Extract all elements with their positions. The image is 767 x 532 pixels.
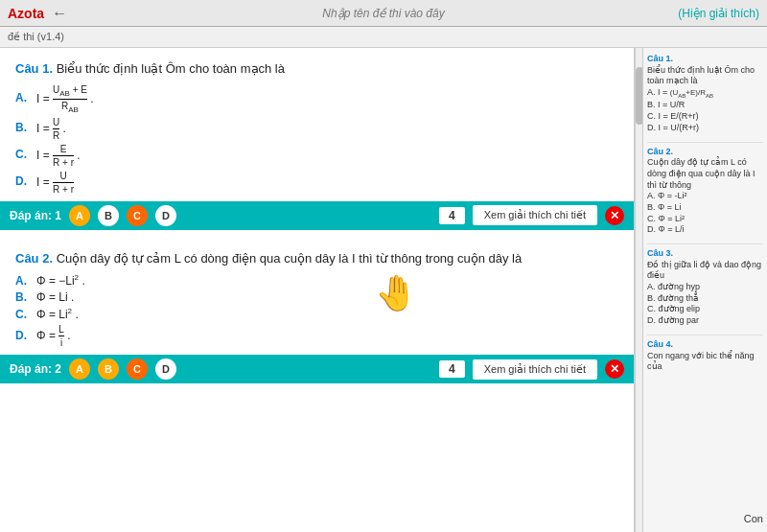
q1-close-button[interactable]: ✕: [605, 206, 624, 225]
q2-answer-d[interactable]: D. Φ = Li .: [15, 324, 618, 348]
q2-circle-d[interactable]: D: [155, 359, 176, 380]
mini-q3-d: D. đường par: [647, 315, 763, 327]
mini-q1: Câu 1. Biểu thức định luật Ôm cho toàn m…: [647, 54, 763, 134]
q1-label-c: C.: [15, 148, 33, 161]
mini-q1-d: D. I = U/(R+r): [647, 123, 763, 134]
q2-formula-b: Φ = Li .: [36, 290, 74, 304]
left-panel: Câu 1. Biểu thức định luật Ôm cho toàn m…: [0, 48, 635, 532]
back-button[interactable]: ←: [52, 5, 67, 22]
question-2-title: Câu 2.: [15, 251, 53, 266]
mini-q3-b: B. đường thẳ: [647, 293, 763, 305]
mini-q2-a: A. Φ = -Li²: [647, 191, 763, 202]
mini-q2-c: C. Φ = Li²: [647, 214, 763, 225]
title-center-text: Nhập tên đề thi vào đây: [322, 7, 444, 20]
answer-bar-q1-label: Đáp án: 1: [10, 209, 61, 222]
right-panel: Câu 1. Biểu thức định luật Ôm cho toàn m…: [642, 48, 767, 532]
q2-circle-c[interactable]: C: [127, 359, 148, 380]
q2-circle-b[interactable]: B: [98, 359, 119, 380]
q1-label-b: B.: [15, 121, 33, 134]
q1-answer-b[interactable]: B. I = UR .: [15, 117, 618, 141]
mini-divider-2: [647, 243, 763, 244]
q1-circle-d[interactable]: D: [155, 205, 176, 226]
exam-version-label: đề thi (v1.4): [8, 31, 64, 43]
q2-number-box: 4: [439, 360, 465, 378]
q1-answer-a[interactable]: A. I = UAB + ERAB .: [15, 84, 618, 114]
q2-close-button[interactable]: ✕: [605, 359, 624, 379]
question-1-body: Biểu thức định luật Ôm cho toàn mạch là: [57, 61, 285, 76]
q2-formula-d: Φ = Li .: [36, 324, 70, 348]
mini-q2: Câu 2. Cuộn dây độ tự cảm L có dòng điện…: [647, 147, 763, 237]
q1-formula-a: I = UAB + ERAB .: [36, 84, 94, 114]
q1-circle-b[interactable]: B: [98, 205, 119, 226]
question-1-text: Câu 1. Biểu thức định luật Ôm cho toàn m…: [15, 59, 618, 79]
mini-q1-b: B. I = U/R: [647, 100, 763, 111]
q2-label-c: C.: [15, 308, 33, 321]
mini-q3-title: Câu 3.: [647, 248, 763, 260]
q1-formula-d: I = UR + r: [36, 171, 74, 195]
mini-q2-snippet: Cuộn dây độ tự cảm L có dòng điện qua cu…: [647, 157, 763, 191]
mini-q1-c: C. I = E/(R+r): [647, 111, 763, 123]
mini-divider-1: [647, 142, 763, 143]
mini-q1-snippet: Biểu thức định luật Ôm cho toàn mạch là: [647, 65, 763, 87]
mini-q2-b: B. Φ = Li: [647, 202, 763, 214]
mini-divider-3: [647, 335, 763, 335]
q1-detail-button[interactable]: Xem giải thích chi tiết: [473, 205, 597, 225]
scrollbar-track[interactable]: [635, 48, 642, 532]
mini-q3-c: C. đường elip: [647, 304, 763, 315]
q1-answer-c[interactable]: C. I = ER + r .: [15, 144, 618, 168]
q2-label-a: A.: [15, 274, 33, 288]
question-2-body: Cuộn dây độ tự cảm L có dòng điện qua cu…: [57, 251, 523, 266]
question-1-title: Câu 1.: [15, 61, 53, 76]
q1-label-a: A.: [15, 91, 33, 104]
q2-circle-a[interactable]: A: [69, 359, 90, 380]
mini-q1-a: A. I = (UAB+E)/RAB: [647, 87, 763, 100]
q2-detail-button[interactable]: Xem giải thích chi tiết: [473, 359, 597, 380]
q2-answer-c[interactable]: C. Φ = Li2 .: [15, 307, 618, 321]
question-2-text: Câu 2. Cuộn dây độ tự cảm L có dòng điện…: [15, 249, 618, 268]
question-2-block: Câu 2. Cuộn dây độ tự cảm L có dòng điện…: [0, 238, 634, 356]
answer-bar-q2: Đáp án: 2 A B C D 4 Xem giải thích chi t…: [0, 355, 634, 383]
q1-formula-b: I = UR .: [36, 117, 66, 141]
mini-q3: Câu 3. Đồ thị giữa li độ và dao động điề…: [647, 248, 763, 327]
mini-q2-title: Câu 2.: [647, 147, 763, 158]
q1-circle-a[interactable]: A: [69, 205, 90, 226]
mini-q4: Câu 4. Con ngang với bic thể năng của: [647, 339, 763, 373]
title-bar: Azota ← Nhập tên đề thi vào đây (Hiện gi…: [0, 0, 767, 27]
mini-q2-d: D. Φ = L/i: [647, 224, 763, 236]
sub-bar: đề thi (v1.4): [0, 27, 767, 48]
q2-answer-b[interactable]: B. Φ = Li .: [15, 290, 618, 304]
answer-bar-q2-label: Đáp án: 2: [10, 362, 61, 376]
q2-answer-a[interactable]: A. Φ = −Li2 .: [15, 273, 618, 288]
q1-formula-c: I = ER + r .: [36, 144, 81, 168]
mini-q3-snippet: Đồ thị giữa li độ và dao động điều: [647, 260, 763, 282]
mini-q1-title: Câu 1.: [647, 54, 763, 65]
question-1-block: Câu 1. Biểu thức định luật Ôm cho toàn m…: [0, 48, 634, 201]
q1-answer-d[interactable]: D. I = UR + r: [15, 171, 618, 195]
q2-formula-c: Φ = Li2 .: [36, 307, 79, 321]
q2-formula-a: Φ = −Li2 .: [36, 273, 85, 288]
q1-circle-c[interactable]: C: [127, 205, 148, 226]
mini-q4-snippet: Con ngang với bic thể năng của: [647, 351, 763, 373]
q1-number-box: 4: [439, 207, 465, 224]
answer-bar-q1: Đáp án: 1 A B C D 4 Xem giải thích chi t…: [0, 201, 634, 230]
q2-label-d: D.: [15, 329, 33, 342]
q1-label-d: D.: [15, 174, 33, 188]
app-logo: Azota: [8, 6, 44, 21]
main-area: Câu 1. Biểu thức định luật Ôm cho toàn m…: [0, 48, 767, 532]
bottom-label: Con: [744, 513, 763, 524]
show-explanation-button[interactable]: (Hiện giải thích): [678, 7, 759, 20]
mini-q3-a: A. đường hyp: [647, 282, 763, 293]
q2-label-b: B.: [15, 290, 33, 304]
mini-q4-title: Câu 4.: [647, 339, 763, 351]
